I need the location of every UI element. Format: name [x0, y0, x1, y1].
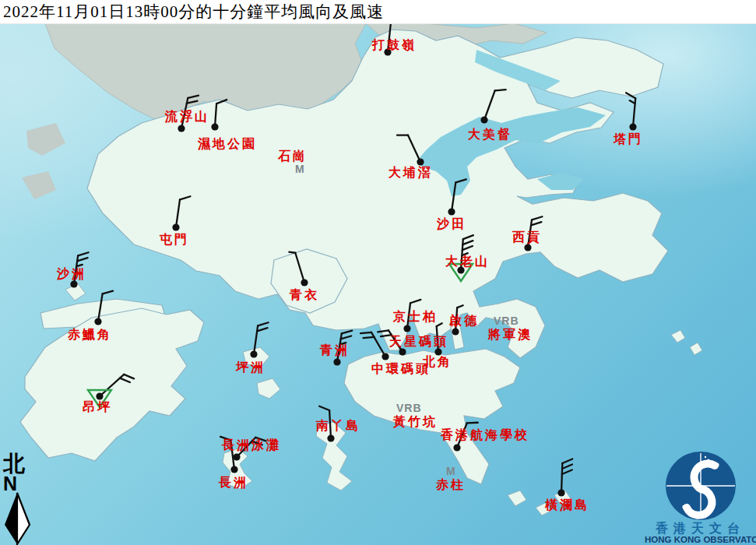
station-tai-po-kau: [397, 135, 424, 166]
stations-layer: [0, 23, 756, 545]
station-dot: [301, 279, 308, 286]
station-tai-mei-tuk: [480, 90, 505, 123]
north-letter: N: [3, 475, 33, 492]
station-status-stanley: M: [446, 466, 456, 476]
station-dot: [172, 223, 179, 230]
station-dot: [557, 489, 564, 496]
station-label-cheung-chau: 長洲: [219, 476, 248, 489]
title-bar: 2022年11月01日13時00分的十分鐘平均風向及風速: [0, 0, 756, 24]
station-dot: [96, 392, 103, 399]
station-label-lamma-island: 南丫島: [316, 419, 360, 432]
station-label-peng-chau: 坪洲: [236, 360, 265, 374]
north-arrow-icon: [2, 492, 32, 545]
station-label-tates-cairn: 大老山: [445, 255, 490, 268]
station-dot: [448, 208, 455, 215]
station-label-ta-kwu-ling: 打鼓嶺: [372, 38, 417, 51]
station-dot: [178, 125, 185, 132]
hko-logo-icon: [657, 450, 744, 522]
station-status-shek-kong: M: [295, 164, 305, 174]
station-wetland-park: [211, 100, 227, 131]
station-label-hk-sea-school: 香港航海學校: [441, 428, 529, 441]
station-dot: [480, 116, 487, 123]
station-waglan-island: [557, 459, 572, 497]
station-dot: [333, 358, 340, 365]
page-title: 2022年11月01日13時00分的十分鐘平均風向及風速: [3, 1, 384, 23]
station-sha-tin: [448, 179, 466, 215]
station-dot: [399, 348, 406, 355]
station-label-green-island: 青洲: [320, 343, 350, 357]
station-label-cheung-chau-beach: 長洲泳灘: [222, 438, 281, 452]
station-dot: [453, 444, 460, 451]
station-chek-lap-kok: [94, 291, 113, 325]
station-dot: [403, 325, 410, 332]
hko-name-chinese: 香港天文台: [645, 522, 756, 535]
station-dot: [94, 318, 101, 325]
hko-logo: 香港天文台 HONG KONG OBSERVATORY: [645, 450, 756, 545]
station-label-tuen-mun: 屯門: [160, 233, 189, 246]
north-chinese: 北: [3, 453, 33, 475]
station-label-lau-fau-shan: 流浮山: [165, 110, 209, 123]
north-compass: 北 N: [2, 453, 33, 545]
station-label-tai-po-kau: 大埔滘: [389, 166, 433, 179]
station-dot: [629, 123, 636, 130]
wind-map-page: 2022年11月01日13時00分的十分鐘平均風向及風速: [0, 0, 756, 545]
station-tsing-yi: [289, 252, 308, 287]
station-dot: [524, 244, 531, 251]
station-status-tseung-kwan-o: VRB: [494, 315, 519, 326]
station-label-kai-tak: 啟德: [449, 314, 479, 327]
station-label-chek-lap-kok: 赤鱲角: [68, 328, 112, 341]
station-label-central-pier: 中環碼頭: [371, 362, 431, 375]
station-label-north-point: 北角: [423, 355, 452, 368]
station-label-stanley: 赤柱: [436, 478, 466, 491]
station-dot: [70, 280, 77, 287]
station-dot: [233, 453, 240, 460]
station-label-kings-park: 京士柏: [393, 310, 438, 323]
station-dot: [250, 350, 257, 357]
station-label-ngong-ping: 昂坪: [83, 400, 112, 413]
station-label-wong-chuk-hang: 黃竹坑: [393, 415, 438, 428]
station-dot: [417, 158, 424, 165]
station-label-waglan-island: 橫瀾島: [545, 498, 589, 512]
station-label-shek-kong: 石崗: [278, 149, 308, 163]
station-dot: [382, 353, 389, 360]
station-label-tsing-yi: 青衣: [290, 288, 319, 301]
station-label-sai-kung: 西貢: [512, 230, 542, 244]
hko-name-english: HONG KONG OBSERVATORY: [645, 535, 756, 545]
station-label-wetland-park: 濕地公園: [198, 137, 257, 150]
hong-kong-map: 打鼓嶺流浮山濕地公園石崗M大美督塔門大埔滘沙田屯門沙洲西貢大老山青衣赤鱲角坪洲青…: [0, 23, 756, 545]
station-label-tap-mun: 塔門: [614, 132, 643, 146]
station-dot: [230, 466, 237, 473]
station-status-wong-chuk-hang: VRB: [396, 403, 422, 413]
station-tuen-mun: [172, 196, 190, 230]
station-label-tai-mei-tuk: 大美督: [468, 128, 512, 141]
station-label-tseung-kwan-o: 將軍澳: [488, 328, 533, 341]
station-label-sha-chau: 沙洲: [57, 267, 86, 280]
station-dot: [327, 434, 334, 441]
station-dot: [211, 123, 218, 130]
station-dot: [452, 328, 459, 335]
station-peng-chau: [250, 322, 268, 357]
station-label-star-ferry: 天星碼頭: [389, 335, 448, 348]
station-label-sha-tin: 沙田: [437, 217, 466, 230]
station-tap-mun: [626, 93, 636, 130]
